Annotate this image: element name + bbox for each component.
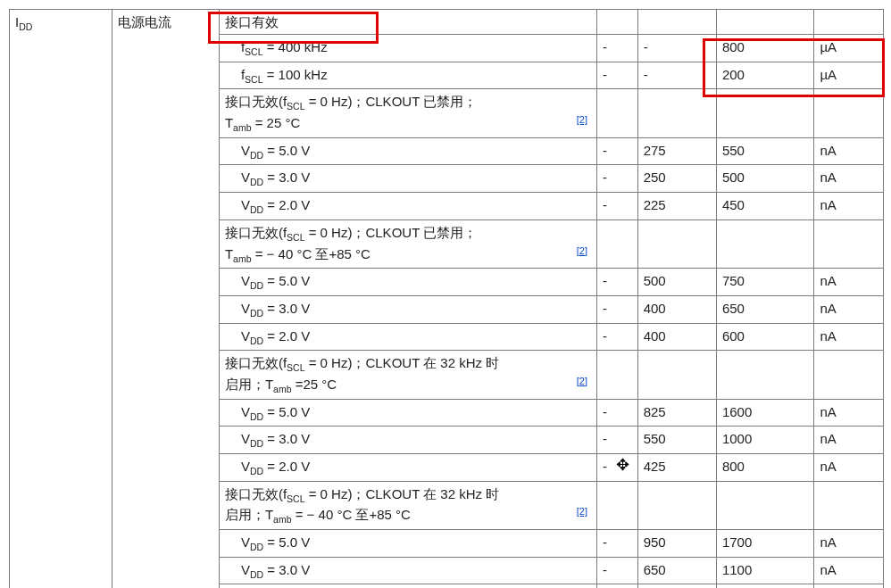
value-cell: - xyxy=(596,557,637,584)
value-cell: - xyxy=(596,137,637,165)
value-cell: 1000 xyxy=(716,427,813,454)
value-cell: - xyxy=(596,427,637,454)
empty-cell xyxy=(814,481,884,529)
empty-cell xyxy=(814,219,884,268)
value-cell: - xyxy=(596,269,637,296)
empty-cell xyxy=(814,351,884,399)
condition-cell: VDD = 5.0 V xyxy=(219,269,596,296)
symbol-cell: IDD xyxy=(10,10,112,589)
value-cell: 200 xyxy=(716,62,813,89)
section-header: 接口有效 xyxy=(219,10,596,35)
condition-cell: fSCL = 100 kHz xyxy=(219,62,596,89)
empty-cell xyxy=(596,351,637,399)
condition-cell: VDD = 5.0 V xyxy=(219,530,596,558)
empty-cell xyxy=(716,219,813,268)
value-cell: 825 xyxy=(637,399,716,427)
value-cell: 950 xyxy=(637,530,716,558)
value-cell: - xyxy=(596,530,637,558)
value-cell: - xyxy=(637,62,716,89)
value-cell: 750 xyxy=(716,269,813,296)
value-cell: 225 xyxy=(637,193,716,220)
section-header: 接口无效(fSCL = 0 Hz)；CLKOUT 在 32 kHz 时启用；Ta… xyxy=(219,481,596,529)
value-cell: 800 xyxy=(716,454,813,482)
empty-cell xyxy=(596,481,637,529)
value-cell: - xyxy=(637,35,716,62)
value-cell: 550 xyxy=(716,137,813,165)
condition-cell: VDD = 2.0 V xyxy=(219,454,596,482)
value-cell: 275 xyxy=(637,137,716,165)
value-cell: - xyxy=(596,62,637,89)
unit-cell: nA xyxy=(814,323,884,351)
unit-cell: nA xyxy=(814,165,884,193)
condition-cell: fSCL = 400 kHz xyxy=(219,35,596,62)
value-cell: 425 xyxy=(637,454,716,482)
condition-cell: VDD = 3.0 V xyxy=(219,295,596,323)
value-cell: 400 xyxy=(637,295,716,323)
footnote-ref[interactable]: [2] xyxy=(577,113,587,127)
unit-cell: µA xyxy=(814,35,884,62)
value-cell: 1100 xyxy=(716,557,813,584)
value-cell: - xyxy=(596,165,637,193)
value-cell: 250 xyxy=(637,165,716,193)
empty-cell xyxy=(716,351,813,399)
unit-cell: nA xyxy=(814,193,884,220)
condition-cell: VDD = 5.0 V xyxy=(219,137,596,165)
unit-cell: nA xyxy=(814,427,884,454)
value-cell: - xyxy=(596,323,637,351)
condition-cell: VDD = 2.0 V xyxy=(219,323,596,351)
unit-cell: nA xyxy=(814,137,884,165)
condition-cell: VDD = 2.0 V xyxy=(219,584,596,588)
section-header: 接口无效(fSCL = 0 Hz)；CLKOUT 已禁用；Tamb = − 40… xyxy=(219,219,596,268)
section-header: 接口无效(fSCL = 0 Hz)；CLKOUT 在 32 kHz 时启用；Ta… xyxy=(219,351,596,399)
value-cell: 1600 xyxy=(716,399,813,427)
value-cell: - xyxy=(596,295,637,323)
value-cell: - xyxy=(596,584,637,588)
value-cell: - xyxy=(596,399,637,427)
value-cell: 650 xyxy=(637,557,716,584)
unit-cell: nA xyxy=(814,295,884,323)
value-cell: - xyxy=(596,193,637,220)
value-cell: 650 xyxy=(716,295,813,323)
empty-cell xyxy=(716,10,813,35)
value-cell: 1700 xyxy=(716,530,813,558)
table-row: IDD电源电流接口有效 xyxy=(10,10,884,35)
unit-cell: nA xyxy=(814,557,884,584)
parameter-cell: 电源电流 xyxy=(112,10,219,589)
value-cell: 450 xyxy=(716,193,813,220)
value-cell: 500 xyxy=(637,584,716,588)
value-cell: - xyxy=(596,454,637,482)
unit-cell: nA xyxy=(814,454,884,482)
empty-cell xyxy=(596,89,637,137)
footnote-ref[interactable]: [2] xyxy=(577,505,587,518)
empty-cell xyxy=(637,10,716,35)
empty-cell xyxy=(716,481,813,529)
empty-cell xyxy=(637,481,716,529)
value-cell: 500 xyxy=(716,165,813,193)
condition-cell: VDD = 3.0 V xyxy=(219,427,596,454)
condition-cell: VDD = 3.0 V xyxy=(219,557,596,584)
empty-cell xyxy=(637,219,716,268)
empty-cell xyxy=(637,89,716,137)
value-cell: 500 xyxy=(637,269,716,296)
spec-table: IDD电源电流接口有效fSCL = 400 kHz--800µAfSCL = 1… xyxy=(9,9,884,588)
footnote-ref[interactable]: [2] xyxy=(577,375,587,388)
unit-cell: nA xyxy=(814,399,884,427)
value-cell: 550 xyxy=(637,427,716,454)
empty-cell xyxy=(814,89,884,137)
section-header: 接口无效(fSCL = 0 Hz)；CLKOUT 已禁用；Tamb = 25 °… xyxy=(219,89,596,137)
empty-cell xyxy=(596,10,637,35)
value-cell: 600 xyxy=(716,323,813,351)
unit-cell: µA xyxy=(814,62,884,89)
value-cell: 800 xyxy=(716,35,813,62)
empty-cell xyxy=(814,10,884,35)
footnote-ref[interactable]: [2] xyxy=(577,244,587,258)
value-cell: 400 xyxy=(637,323,716,351)
condition-cell: VDD = 3.0 V xyxy=(219,165,596,193)
unit-cell: nA xyxy=(814,530,884,558)
value-cell: 900 xyxy=(716,584,813,588)
unit-cell: nA xyxy=(814,269,884,296)
condition-cell: VDD = 5.0 V xyxy=(219,399,596,427)
value-cell: - xyxy=(596,35,637,62)
empty-cell xyxy=(716,89,813,137)
empty-cell xyxy=(596,219,637,268)
